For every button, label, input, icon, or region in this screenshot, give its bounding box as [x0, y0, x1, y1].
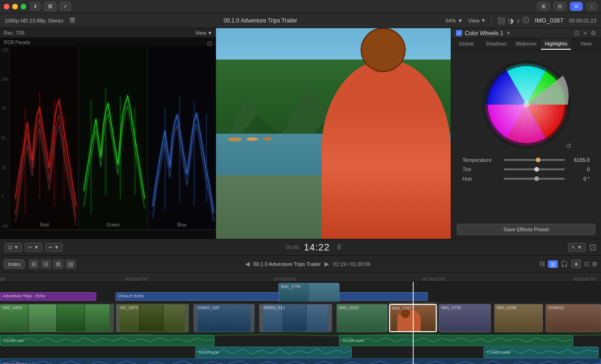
story-clip-label-adventure: Adventure Trips - Echo	[2, 294, 46, 298]
motorcycle-label: Motorcycle	[199, 350, 219, 355]
timecode-display: 14:22	[304, 242, 330, 253]
clip-img0298[interactable]: IMG_0298	[494, 304, 543, 332]
clip-label-img0453: IMG_0453	[2, 305, 22, 310]
tool-btn-3[interactable]: ↩ ▼	[45, 243, 62, 252]
index-button[interactable]: Index	[4, 259, 25, 269]
save-effects-preset-button[interactable]: Save Effects Preset	[457, 224, 595, 235]
tab-midtones[interactable]: Midtones	[511, 38, 541, 50]
clip-view-btn-3[interactable]: ⊠	[53, 259, 63, 269]
hue-row: Hue 0 °	[462, 176, 590, 182]
clip-150802c[interactable]: 150802c	[546, 304, 601, 332]
story-clip-adventure[interactable]: Adventure Trips - Echo	[0, 292, 96, 301]
color-board-icon[interactable]: ◑	[508, 17, 514, 24]
minimize-button[interactable]	[12, 4, 18, 9]
timeline-settings-icon[interactable]: ⊠	[592, 260, 597, 267]
share-btn[interactable]: ↑	[586, 2, 598, 11]
scope-settings-icon[interactable]: ⊡	[207, 40, 212, 47]
timeline-position: 01:19 / 01:20:06	[333, 261, 370, 267]
timeline-nav-next[interactable]: ▶	[324, 260, 329, 267]
title-bar-icons: ⊞ ⊟ ⊠ ↑	[537, 2, 598, 11]
timeline-project-label: 00.1.0 Adventure Trips Trailer	[254, 261, 321, 267]
inspector-menu-icon[interactable]: ≡	[583, 30, 587, 37]
check-button[interactable]: ✓	[60, 2, 71, 11]
magnetic-btn[interactable]: |||	[548, 260, 558, 268]
ruler-mark-0: 00:00	[0, 277, 5, 281]
title-bar-left: ⬇ ⌘ ✓	[30, 2, 71, 11]
headphones-icon[interactable]: 🎧	[561, 260, 568, 267]
layout-btn-1[interactable]: ⊞	[537, 2, 550, 11]
scope-view-button[interactable]: View ▼	[195, 30, 212, 36]
tab-view[interactable]: View	[571, 38, 601, 50]
clip-img0322[interactable]: IMG_0322	[337, 304, 387, 332]
blue-channel: Blue	[148, 46, 216, 229]
maximize-button[interactable]	[21, 4, 26, 9]
tint-value: 0	[569, 167, 590, 172]
audio-crowd-noise[interactable]: Crowd noise	[484, 347, 599, 358]
tool-select-btn[interactable]: ↖ ▼	[568, 243, 586, 252]
timeline-nav-prev[interactable]: ◀	[245, 260, 250, 267]
audio-row-2: Motorcycle Crowd noise	[0, 347, 601, 357]
audio-row-3: Travel theme v.2	[0, 358, 601, 364]
temperature-label: Temperature	[462, 157, 500, 163]
clip-150802012[interactable]: 150802_012	[259, 304, 332, 332]
tab-global[interactable]: Global	[451, 38, 481, 50]
wheel-reset-button[interactable]: ↺	[566, 142, 571, 150]
close-button[interactable]	[4, 4, 9, 9]
clip-img0453[interactable]: IMG_0453	[0, 304, 114, 332]
layout-btn-2[interactable]: ⊟	[554, 2, 566, 11]
clip-label-img0298: IMG_0298	[497, 305, 516, 310]
audio-solo-btn[interactable]: ◈	[571, 259, 581, 268]
color-wheels-chevron[interactable]: ▼	[506, 30, 511, 36]
fullscreen-btn[interactable]: ⊡	[589, 242, 596, 252]
story-clip-china[interactable]: China E Echo	[116, 292, 428, 301]
clip-view-btn-2[interactable]: ⊟	[41, 259, 51, 269]
tab-shadows[interactable]: Shadows	[481, 38, 511, 50]
playhead[interactable]	[413, 282, 414, 364]
minimize-icon-btn[interactable]: ⬇	[30, 2, 40, 10]
audio-travel-theme[interactable]: Travel theme v.2	[0, 358, 601, 364]
layout-view-btn[interactable]: ⊡ ▼	[5, 243, 22, 252]
hue-slider[interactable]	[504, 178, 565, 180]
inspector-expand-icon[interactable]: ⊡	[574, 30, 579, 37]
key-button[interactable]: ⌘	[44, 2, 56, 11]
tint-slider[interactable]	[504, 168, 565, 170]
preview-image	[216, 28, 451, 239]
clip-150802020[interactable]: 150802_020	[193, 304, 254, 332]
transport-right: ↖ ▼ ⊡	[568, 242, 596, 252]
tab-highlights[interactable]: Highlights	[541, 38, 571, 50]
person-body	[322, 60, 451, 239]
temperature-slider[interactable]	[504, 159, 565, 161]
view-button[interactable]: View ▼	[469, 18, 486, 23]
color-wheel-container[interactable]: ↺	[479, 58, 573, 152]
filmstrip-icon[interactable]: ⬛	[497, 17, 505, 24]
color-params: Temperature 6155.0 Tint	[459, 157, 593, 185]
green-channel: Green	[79, 46, 147, 229]
timeline-right-tools: ⛓ ||| 🎧 ◈ ⊡ ⊠	[539, 259, 597, 268]
zoom-control[interactable]: 54% ▼	[446, 18, 463, 23]
audio-motorcycle[interactable]: Motorcycle	[195, 347, 352, 358]
rec-area: Rec. 709 View ▼	[0, 28, 216, 38]
audio-gentle-river[interactable]: Gentle river	[339, 335, 573, 346]
audio-icon[interactable]: ♪	[516, 17, 520, 24]
story-clip-label-china: China E Echo	[118, 294, 144, 298]
clip-view-btn-4[interactable]: ▤	[65, 259, 76, 269]
audio-row-1: Gentle rain Gentle river	[0, 335, 601, 345]
audio-gentle-rain[interactable]: Gentle rain	[0, 335, 215, 346]
chain-icon[interactable]: ⛓	[539, 260, 545, 267]
clip-img0873[interactable]: IMG_0873	[116, 304, 189, 332]
clip-view-btn-1[interactable]: ⊞	[29, 259, 39, 269]
top-toolbar: 1080p HD 23.98p, Stereo 🎬 00.1.0 Adventu…	[0, 13, 601, 28]
clip-view-icon[interactable]: ⊡	[584, 260, 589, 267]
clip-img0730[interactable]: IMG_0730	[439, 304, 491, 332]
inspector-settings-icon[interactable]: ⚙	[591, 30, 596, 37]
clip-label-150802c: 150802c	[548, 305, 564, 310]
timecode-prefix: 00:00:	[286, 244, 300, 250]
tool-btn-2[interactable]: ✂ ▼	[25, 243, 42, 252]
clip-view-buttons: ⊞ ⊟ ⊠ ▤	[29, 259, 76, 269]
layout-btn-3[interactable]: ⊠	[570, 2, 583, 11]
scale-markers: 120 100 75 51 25 0 -20	[0, 46, 10, 229]
color-wheels-checkbox[interactable]: ✓	[456, 30, 462, 36]
info-icon[interactable]: ⓘ	[523, 16, 529, 25]
clip-label-img0730: IMG_0730	[441, 305, 461, 310]
scene-person-container	[322, 28, 451, 239]
